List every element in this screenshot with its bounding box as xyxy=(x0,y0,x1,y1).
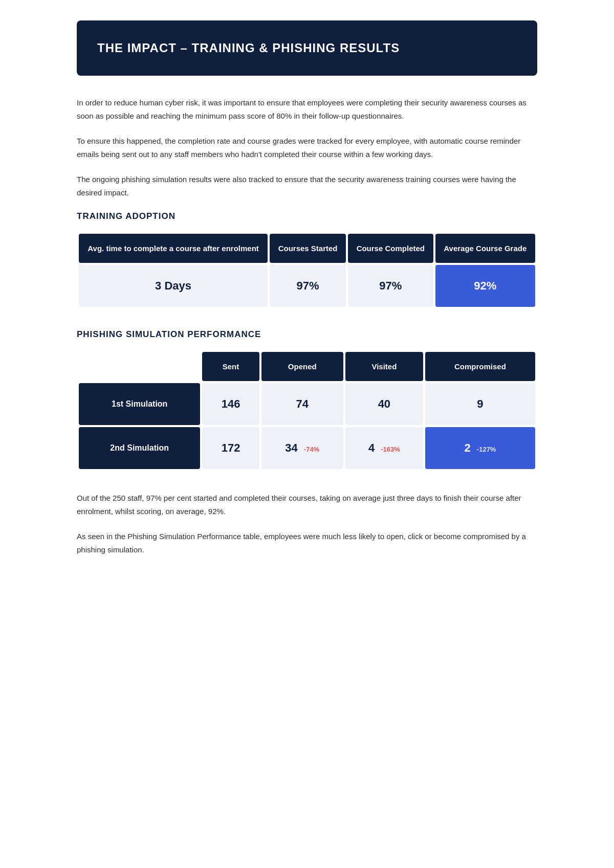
footer-paragraph-1: Out of the 250 staff, 97% per cent start… xyxy=(77,492,537,518)
training-value-1: 97% xyxy=(270,265,346,307)
training-table: Avg. time to complete a course after enr… xyxy=(77,232,537,309)
visited-change-badge: -163% xyxy=(381,446,400,453)
page-container: THE IMPACT – TRAINING & PHISHING RESULTS… xyxy=(77,20,537,568)
training-value-0: 3 Days xyxy=(79,265,268,307)
body-paragraph-3: The ongoing phishing simulation results … xyxy=(77,173,537,199)
page-title: THE IMPACT – TRAINING & PHISHING RESULTS xyxy=(97,41,517,55)
row-2-compromised: 2 -127% xyxy=(425,427,535,469)
row-1-visited: 40 xyxy=(345,383,423,425)
header-banner: THE IMPACT – TRAINING & PHISHING RESULTS xyxy=(77,20,537,76)
training-header-3: Average Course Grade xyxy=(435,234,535,263)
opened-change-badge: -74% xyxy=(304,446,319,453)
training-header-1: Courses Started xyxy=(270,234,346,263)
phishing-header-empty xyxy=(79,352,200,381)
phishing-table: Sent Opened Visited Compromised 1st Simu… xyxy=(77,350,537,471)
phishing-header-compromised: Compromised xyxy=(425,352,535,381)
compromised-change-badge: -127% xyxy=(477,446,496,453)
row-label-2: 2nd Simulation xyxy=(79,427,200,469)
phishing-section-title: PHISHING SIMULATION PERFORMANCE xyxy=(77,329,537,340)
training-header-2: Course Completed xyxy=(348,234,433,263)
table-row: 2nd Simulation 172 34 -74% 4 -163% 2 -12… xyxy=(79,427,535,469)
row-2-sent: 172 xyxy=(202,427,259,469)
row-1-sent: 146 xyxy=(202,383,259,425)
phishing-header-visited: Visited xyxy=(345,352,423,381)
row-2-visited: 4 -163% xyxy=(345,427,423,469)
footer-paragraph-2: As seen in the Phishing Simulation Perfo… xyxy=(77,530,537,556)
row-label-1: 1st Simulation xyxy=(79,383,200,425)
training-section-title: TRAINING ADOPTION xyxy=(77,211,537,221)
training-header-0: Avg. time to complete a course after enr… xyxy=(79,234,268,263)
row-2-opened: 34 -74% xyxy=(261,427,343,469)
body-paragraph-2: To ensure this happened, the completion … xyxy=(77,135,537,161)
training-value-3: 92% xyxy=(435,265,535,307)
phishing-header-opened: Opened xyxy=(261,352,343,381)
table-row: 1st Simulation 146 74 40 9 xyxy=(79,383,535,425)
training-value-2: 97% xyxy=(348,265,433,307)
body-paragraph-1: In order to reduce human cyber risk, it … xyxy=(77,96,537,122)
phishing-header-sent: Sent xyxy=(202,352,259,381)
row-1-opened: 74 xyxy=(261,383,343,425)
row-1-compromised: 9 xyxy=(425,383,535,425)
